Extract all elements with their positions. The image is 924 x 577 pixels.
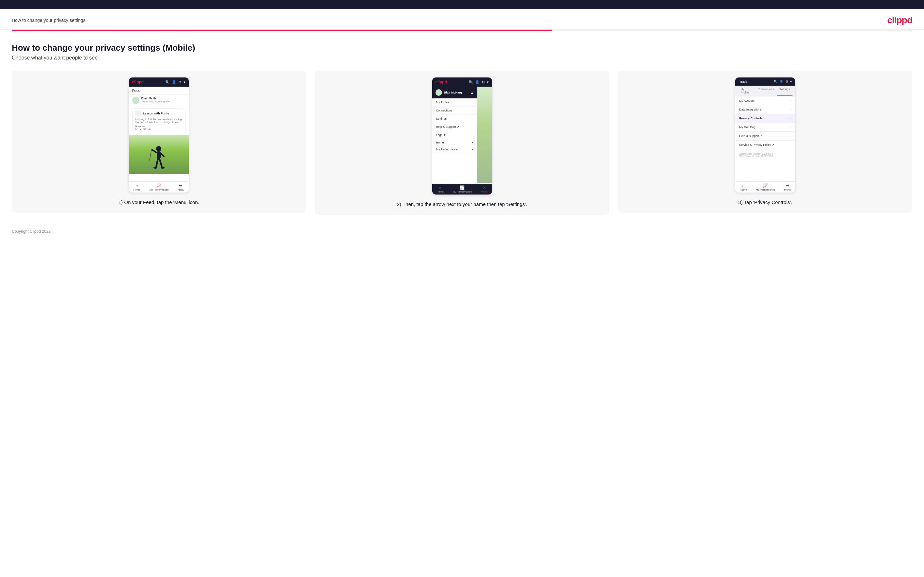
- step1-lesson-card: Lesson with Fordy Looking to feel like m…: [132, 108, 186, 133]
- step2-my-profile[interactable]: My Profile: [432, 98, 477, 106]
- step-1-caption: 1) On your Feed, tap the 'Menu' icon.: [118, 199, 199, 206]
- svg-line-4: [150, 149, 152, 161]
- step2-home-label: Home: [436, 141, 444, 144]
- search-icon[interactable]: 🔍: [774, 80, 777, 83]
- svg-point-7: [153, 167, 157, 169]
- version-client: Clippd Client Version: 2022.8.3-3: [739, 153, 791, 155]
- step3-home-btn[interactable]: ⌂ Home: [740, 184, 747, 191]
- step2-help-support[interactable]: Help & Support ↗: [432, 123, 477, 131]
- tab-my-profile[interactable]: My Profile: [738, 85, 755, 96]
- step2-menu-panel: Blair McHarg ▲ My Profile Connections Se…: [432, 87, 477, 183]
- top-bar: [0, 0, 924, 9]
- performance-label: My Performance: [756, 188, 775, 191]
- chevron-down-icon[interactable]: ▾: [790, 80, 792, 83]
- step1-lesson-icon: [135, 111, 141, 116]
- person-icon[interactable]: 👤: [172, 80, 176, 84]
- golfer-svg: [149, 145, 168, 174]
- step1-logo: clippd: [132, 80, 144, 84]
- step3-service-privacy[interactable]: Service & Privacy Policy ↗: [735, 140, 795, 149]
- svg-point-8: [161, 167, 165, 169]
- step-3-phone: ‹ Back 🔍 👤 ⚙ ▾ My Profile Connections Se…: [735, 77, 795, 193]
- tab-settings[interactable]: Settings: [777, 85, 793, 96]
- step1-bottom-bar: ⌂ Home 📈 My Performance ☰ Menu: [129, 181, 189, 193]
- step1-feed-label: Feed: [129, 87, 189, 95]
- home-label: Home: [134, 188, 141, 191]
- step2-performance-chevron: ▾: [472, 148, 473, 151]
- page-subheading: Choose what you want people to see: [12, 55, 912, 61]
- step2-performance-nav[interactable]: My Performance ▾: [432, 146, 477, 153]
- my-golf-bag-chevron: ›: [790, 126, 791, 129]
- step3-back-bar: ‹ Back 🔍 👤 ⚙ ▾: [735, 77, 795, 85]
- chevron-down-icon[interactable]: ▾: [184, 80, 186, 84]
- step1-lesson-time: 01 hr : 30 min: [135, 128, 183, 131]
- header: How to change your privacy settings clip…: [0, 9, 924, 30]
- menu-icon: ☰: [178, 184, 184, 188]
- my-account-chevron: ›: [790, 99, 791, 102]
- search-icon[interactable]: 🔍: [468, 80, 473, 84]
- step2-home-btn[interactable]: ⌂ Home: [436, 186, 443, 193]
- step3-data-integrations[interactable]: Data Integrations ›: [735, 105, 795, 114]
- service-privacy-label: Service & Privacy Policy ↗: [739, 143, 774, 147]
- home-icon: ⌂: [438, 186, 443, 190]
- step1-post: Blair McHarg Yesterday · Sunningdale: [129, 95, 189, 106]
- performance-label: My Performance: [452, 190, 472, 193]
- step2-username: Blair McHarg: [444, 91, 462, 94]
- settings-icon[interactable]: ⚙: [178, 80, 182, 84]
- search-icon[interactable]: 🔍: [165, 80, 170, 84]
- step1-nav-icons: 🔍 👤 ⚙ ▾: [165, 80, 186, 84]
- step1-lesson-desc: Looking to feel like my hands are exitin…: [135, 118, 183, 124]
- step-2-card: clippd 🔍 👤 ⚙ ▾: [315, 71, 609, 215]
- step3-help-support[interactable]: Help & Support ↗: [735, 132, 795, 140]
- home-label: Home: [740, 188, 747, 191]
- step2-avatar: [436, 89, 442, 96]
- step2-close-btn[interactable]: ✕ Menu: [481, 186, 488, 193]
- tab-connections[interactable]: Connections: [755, 85, 777, 96]
- performance-label: My Performance: [150, 188, 169, 191]
- step1-home-btn[interactable]: ⌂ Home: [134, 184, 141, 191]
- step2-bottom-bar: ⌂ Home 📈 My Performance ✕ Menu: [432, 184, 492, 195]
- step3-performance-btn[interactable]: 📈 My Performance: [756, 184, 775, 191]
- performance-icon: 📈: [460, 186, 465, 190]
- step2-connections[interactable]: Connections: [432, 106, 477, 115]
- svg-line-2: [152, 149, 157, 153]
- step1-performance-btn[interactable]: 📈 My Performance: [150, 184, 169, 191]
- settings-icon[interactable]: ⚙: [481, 80, 485, 84]
- step3-menu-btn[interactable]: ☰ Menu: [784, 184, 790, 191]
- step3-my-golf-bag[interactable]: My Golf Bag ›: [735, 123, 795, 132]
- person-icon[interactable]: 👤: [475, 80, 480, 84]
- step3-version: Clippd Client Version: 2022.8.3-3 GQL Se…: [735, 149, 795, 161]
- my-golf-bag-label: My Golf Bag: [739, 126, 756, 129]
- menu-label: Menu: [481, 190, 488, 193]
- menu-label: Menu: [178, 188, 184, 191]
- settings-icon[interactable]: ⚙: [785, 80, 788, 83]
- step2-navbar: clippd 🔍 👤 ⚙ ▾: [432, 77, 492, 87]
- step2-settings[interactable]: Settings: [432, 115, 477, 123]
- step1-menu-btn[interactable]: ☰ Menu: [178, 184, 184, 191]
- step2-chevron-up[interactable]: ▲: [470, 91, 474, 95]
- step2-home-nav[interactable]: Home ▾: [432, 139, 477, 146]
- step1-post-content: Blair McHarg Yesterday · Sunningdale: [141, 97, 186, 103]
- svg-line-6: [159, 158, 162, 167]
- step3-privacy-controls[interactable]: Privacy Controls ›: [735, 114, 795, 123]
- step2-menu-user: Blair McHarg ▲: [432, 87, 477, 98]
- step3-back-btn[interactable]: ‹ Back: [738, 80, 747, 83]
- data-integrations-chevron: ›: [790, 108, 791, 111]
- step3-my-account[interactable]: My Account ›: [735, 97, 795, 105]
- performance-icon: 📈: [763, 184, 768, 188]
- header-title: How to change your privacy settings: [12, 18, 86, 23]
- step3-tabs: My Profile Connections Settings: [735, 85, 795, 97]
- step1-golf-image: [129, 135, 189, 174]
- step1-lesson-duration: Duration: [135, 125, 183, 128]
- step2-logout[interactable]: Logout: [432, 131, 477, 139]
- person-icon[interactable]: 👤: [779, 80, 783, 83]
- step-1-card: clippd 🔍 👤 ⚙ ▾ Feed Blair McHarg: [12, 71, 306, 213]
- svg-line-5: [156, 158, 158, 167]
- privacy-controls-chevron: ›: [790, 117, 791, 120]
- step1-lesson-header: Lesson with Fordy: [135, 111, 183, 116]
- step3-nav-icons: 🔍 👤 ⚙ ▾: [774, 80, 792, 83]
- step2-performance-btn[interactable]: 📈 My Performance: [452, 186, 472, 193]
- copyright: Copyright Clippd 2022: [12, 229, 51, 234]
- chevron-down-icon[interactable]: ▾: [487, 80, 489, 84]
- logo: clippd: [887, 15, 912, 26]
- step3-bottom-bar: ⌂ Home 📈 My Performance ☰ Menu: [735, 181, 795, 193]
